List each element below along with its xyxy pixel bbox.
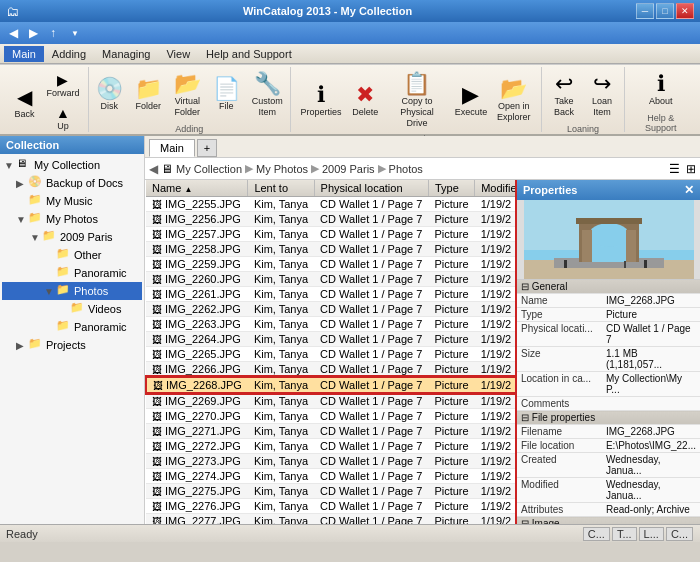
table-row[interactable]: 🖼 IMG_2269.JPG Kim, Tanya CD Wallet 1 / …	[146, 393, 515, 409]
table-row[interactable]: 🖼 IMG_2276.JPG Kim, Tanya CD Wallet 1 / …	[146, 499, 515, 514]
col-header-physical[interactable]: Physical location	[314, 180, 428, 197]
table-row[interactable]: 🖼 IMG_2262.JPG Kim, Tanya CD Wallet 1 / …	[146, 302, 515, 317]
menu-adding[interactable]: Adding	[44, 46, 94, 62]
tree-area[interactable]: ▼ 🖥 My Collection ▶ 📀 Backup of Docs 📁 M…	[0, 154, 144, 520]
take-back-button[interactable]: ↩ TakeBack	[546, 69, 582, 122]
delete-button[interactable]: ✖ Delete	[347, 80, 383, 122]
tree-item-backup-docs[interactable]: ▶ 📀 Backup of Docs	[2, 174, 142, 192]
tree-item-other[interactable]: 📁 Other	[2, 246, 142, 264]
table-row[interactable]: 🖼 IMG_2257.JPG Kim, Tanya CD Wallet 1 / …	[146, 227, 515, 242]
table-row[interactable]: 🖼 IMG_2258.JPG Kim, Tanya CD Wallet 1 / …	[146, 242, 515, 257]
breadcrumb-part2[interactable]: My Photos	[256, 163, 308, 175]
forward-button[interactable]: ▶ Forward	[42, 69, 83, 101]
table-row[interactable]: 🖼 IMG_2273.JPG Kim, Tanya CD Wallet 1 / …	[146, 454, 515, 469]
status-tab3[interactable]: L...	[639, 527, 664, 541]
menu-view[interactable]: View	[158, 46, 198, 62]
table-row[interactable]: 🖼 IMG_2255.JPG Kim, Tanya CD Wallet 1 / …	[146, 197, 515, 212]
menu-main[interactable]: Main	[4, 46, 44, 62]
props-table: ⊟ GeneralNameIMG_2268.JPGTypePicturePhys…	[517, 280, 700, 524]
file-type: Picture	[428, 317, 474, 332]
quick-forward-button[interactable]: ▶	[24, 24, 42, 42]
file-physical: CD Wallet 1 / Page 7	[314, 302, 428, 317]
props-close-button[interactable]: ✕	[684, 183, 694, 197]
tree-item-my-photos[interactable]: ▼ 📁 My Photos	[2, 210, 142, 228]
loan-item-button[interactable]: ↪ LoanItem	[584, 69, 620, 122]
table-row[interactable]: 🖼 IMG_2256.JPG Kim, Tanya CD Wallet 1 / …	[146, 212, 515, 227]
view-icon[interactable]: ☰	[669, 162, 680, 176]
quick-dropdown-button[interactable]: ▼	[66, 24, 84, 42]
back-button[interactable]: ◀ Back	[8, 81, 40, 123]
up-button[interactable]: ▲ Up	[42, 102, 83, 134]
table-row[interactable]: 🖼 IMG_2263.JPG Kim, Tanya CD Wallet 1 / …	[146, 317, 515, 332]
table-row[interactable]: 🖼 IMG_2264.JPG Kim, Tanya CD Wallet 1 / …	[146, 332, 515, 347]
status-tab2[interactable]: T...	[612, 527, 637, 541]
table-row[interactable]: 🖼 IMG_2266.JPG Kim, Tanya CD Wallet 1 / …	[146, 362, 515, 378]
table-row[interactable]: 🖼 IMG_2259.JPG Kim, Tanya CD Wallet 1 / …	[146, 257, 515, 272]
table-row[interactable]: 🖼 IMG_2271.JPG Kim, Tanya CD Wallet 1 / …	[146, 424, 515, 439]
file-modified: 1/19/2	[475, 484, 515, 499]
disk-button[interactable]: 💿 Disk	[91, 74, 128, 116]
sort-arrow-name: ▲	[184, 185, 192, 194]
table-row[interactable]: 🖼 IMG_2260.JPG Kim, Tanya CD Wallet 1 / …	[146, 272, 515, 287]
quick-up-button[interactable]: ↑	[44, 24, 62, 42]
tab-main[interactable]: Main	[149, 139, 195, 157]
quick-back-button[interactable]: ◀	[4, 24, 22, 42]
execute-button[interactable]: ▶ Execute	[451, 80, 492, 122]
table-row[interactable]: 🖼 IMG_2270.JPG Kim, Tanya CD Wallet 1 / …	[146, 409, 515, 424]
breadcrumb-part4[interactable]: Photos	[389, 163, 423, 175]
col-header-lent[interactable]: Lent to	[248, 180, 314, 197]
copy-to-physical-button[interactable]: 📋 Copy toPhysical Drive	[385, 69, 448, 132]
table-row[interactable]: 🖼 IMG_2268.JPG Kim, Tanya CD Wallet 1 / …	[146, 377, 515, 393]
col-header-modified[interactable]: Modified	[475, 180, 515, 197]
about-button[interactable]: ℹ About	[643, 69, 679, 111]
status-tab1[interactable]: C...	[583, 527, 610, 541]
maximize-button[interactable]: □	[656, 3, 674, 19]
tree-toggle-projects[interactable]: ▶	[16, 340, 28, 351]
table-row[interactable]: 🖼 IMG_2275.JPG Kim, Tanya CD Wallet 1 / …	[146, 484, 515, 499]
menu-help[interactable]: Help and Support	[198, 46, 300, 62]
table-row[interactable]: 🖼 IMG_2265.JPG Kim, Tanya CD Wallet 1 / …	[146, 347, 515, 362]
tree-toggle-photos[interactable]: ▼	[16, 214, 28, 225]
properties-button[interactable]: ℹ Properties	[297, 80, 345, 122]
folder-button[interactable]: 📁 Folder	[130, 74, 167, 116]
custom-item-button[interactable]: 🔧 CustomItem	[247, 69, 288, 122]
tree-toggle-backup[interactable]: ▶	[16, 178, 28, 189]
tree-toggle-photos-sel[interactable]: ▼	[44, 286, 56, 297]
breadcrumb-part3[interactable]: 2009 Paris	[322, 163, 375, 175]
tree-item-panoramic1[interactable]: 📁 Panoramic	[2, 264, 142, 282]
collection-panel-header: Collection	[0, 136, 144, 154]
close-button[interactable]: ✕	[676, 3, 694, 19]
col-header-name[interactable]: Name ▲	[146, 180, 248, 197]
open-in-explorer-button[interactable]: 📂 Open inExplorer	[493, 74, 534, 127]
tree-toggle-my-collection[interactable]: ▼	[4, 160, 16, 171]
props-scroll[interactable]: ⊟ GeneralNameIMG_2268.JPGTypePicturePhys…	[517, 280, 700, 524]
menu-managing[interactable]: Managing	[94, 46, 158, 62]
breadcrumb-part1[interactable]: My Collection	[176, 163, 242, 175]
tree-item-2009-paris[interactable]: ▼ 📁 2009 Paris	[2, 228, 142, 246]
tree-item-my-music[interactable]: 📁 My Music	[2, 192, 142, 210]
file-list[interactable]: Name ▲ Lent to Physical location Type Mo…	[145, 180, 515, 524]
status-tab4[interactable]: C...	[666, 527, 693, 541]
tree-icon-photos-sel: 📁	[56, 283, 72, 299]
table-row[interactable]: 🖼 IMG_2272.JPG Kim, Tanya CD Wallet 1 / …	[146, 439, 515, 454]
tree-item-photos-selected[interactable]: ▼ 📁 Photos	[2, 282, 142, 300]
table-row[interactable]: 🖼 IMG_2277.JPG Kim, Tanya CD Wallet 1 / …	[146, 514, 515, 525]
tab-add-button[interactable]: +	[197, 139, 217, 157]
tree-toggle-paris[interactable]: ▼	[30, 232, 42, 243]
table-row[interactable]: 🖼 IMG_2274.JPG Kim, Tanya CD Wallet 1 / …	[146, 469, 515, 484]
table-row[interactable]: 🖼 IMG_2261.JPG Kim, Tanya CD Wallet 1 / …	[146, 287, 515, 302]
minimize-button[interactable]: ─	[636, 3, 654, 19]
file-physical: CD Wallet 1 / Page 7	[314, 393, 428, 409]
virtual-folder-button[interactable]: 📂 VirtualFolder	[169, 69, 206, 122]
tree-item-projects[interactable]: ▶ 📁 Projects	[2, 336, 142, 354]
props-value: Wednesday, Janua...	[602, 478, 700, 503]
file-lent: Kim, Tanya	[248, 377, 314, 393]
list-icon[interactable]: ⊞	[686, 162, 696, 176]
tree-item-panoramic2[interactable]: 📁 Panoramic	[2, 318, 142, 336]
file-button[interactable]: 📄 File	[208, 74, 245, 116]
tree-item-videos[interactable]: 📁 Videos	[2, 300, 142, 318]
col-header-type[interactable]: Type	[428, 180, 474, 197]
file-lent: Kim, Tanya	[248, 469, 314, 484]
tree-item-my-collection[interactable]: ▼ 🖥 My Collection	[2, 156, 142, 174]
about-label: About	[649, 96, 673, 107]
